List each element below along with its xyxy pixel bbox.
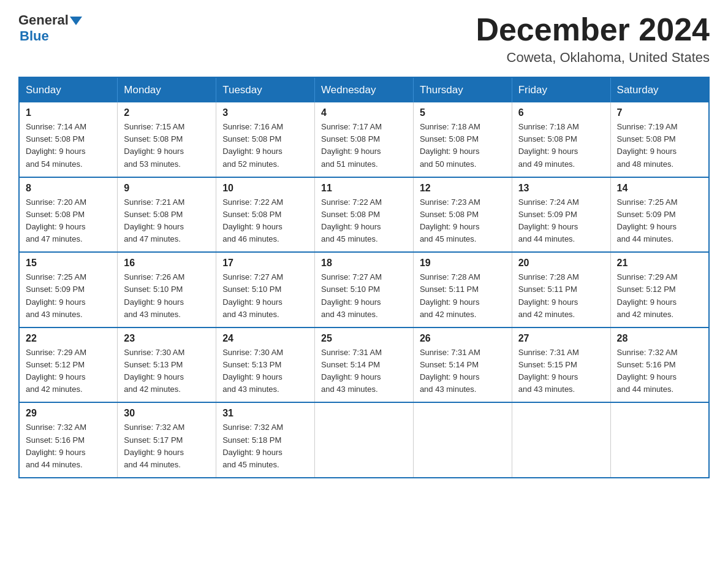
day-info: Sunrise: 7:28 AMSunset: 5:11 PMDaylight:…: [518, 271, 604, 321]
calendar-cell: [413, 402, 512, 478]
day-number: 28: [617, 333, 702, 344]
day-info: Sunrise: 7:18 AMSunset: 5:08 PMDaylight:…: [518, 121, 604, 170]
day-number: 2: [124, 107, 210, 118]
calendar-cell: 10Sunrise: 7:22 AMSunset: 5:08 PMDayligh…: [216, 177, 315, 253]
day-number: 13: [518, 183, 604, 194]
day-number: 23: [124, 333, 210, 344]
day-number: 17: [222, 258, 308, 269]
day-info: Sunrise: 7:24 AMSunset: 5:09 PMDaylight:…: [518, 196, 604, 246]
calendar-cell: [610, 402, 709, 478]
calendar-cell: 31Sunrise: 7:32 AMSunset: 5:18 PMDayligh…: [216, 402, 315, 478]
day-number: 10: [222, 183, 308, 194]
day-info: Sunrise: 7:25 AMSunset: 5:09 PMDaylight:…: [617, 196, 702, 246]
calendar-cell: 26Sunrise: 7:31 AMSunset: 5:14 PMDayligh…: [413, 327, 512, 403]
calendar-cell: 21Sunrise: 7:29 AMSunset: 5:12 PMDayligh…: [610, 252, 709, 327]
week-row: 29Sunrise: 7:32 AMSunset: 5:16 PMDayligh…: [19, 402, 709, 478]
day-number: 19: [420, 258, 506, 269]
month-title: December 2024: [476, 12, 710, 47]
calendar-cell: 16Sunrise: 7:26 AMSunset: 5:10 PMDayligh…: [118, 252, 216, 327]
calendar-body: 1Sunrise: 7:14 AMSunset: 5:08 PMDaylight…: [19, 102, 709, 478]
day-number: 6: [518, 107, 604, 118]
day-number: 1: [26, 107, 111, 118]
calendar-cell: 19Sunrise: 7:28 AMSunset: 5:11 PMDayligh…: [413, 252, 512, 327]
day-number: 3: [222, 107, 308, 118]
logo-area: General Blue: [18, 12, 82, 44]
day-info: Sunrise: 7:27 AMSunset: 5:10 PMDaylight:…: [222, 271, 308, 321]
day-number: 8: [26, 183, 111, 194]
day-info: Sunrise: 7:32 AMSunset: 5:16 PMDaylight:…: [26, 421, 111, 471]
day-number: 16: [124, 258, 210, 269]
day-info: Sunrise: 7:14 AMSunset: 5:08 PMDaylight:…: [26, 121, 111, 170]
day-info: Sunrise: 7:30 AMSunset: 5:13 PMDaylight:…: [222, 347, 308, 396]
day-number: 12: [420, 183, 506, 194]
day-info: Sunrise: 7:31 AMSunset: 5:15 PMDaylight:…: [518, 347, 604, 396]
day-info: Sunrise: 7:30 AMSunset: 5:13 PMDaylight:…: [124, 347, 210, 396]
calendar-cell: 14Sunrise: 7:25 AMSunset: 5:09 PMDayligh…: [610, 177, 709, 253]
day-info: Sunrise: 7:32 AMSunset: 5:18 PMDaylight:…: [222, 421, 308, 471]
week-row: 1Sunrise: 7:14 AMSunset: 5:08 PMDaylight…: [19, 102, 709, 177]
calendar-cell: 6Sunrise: 7:18 AMSunset: 5:08 PMDaylight…: [512, 102, 610, 177]
day-info: Sunrise: 7:29 AMSunset: 5:12 PMDaylight:…: [26, 347, 111, 396]
calendar-table: Sunday Monday Tuesday Wednesday Thursday…: [18, 77, 710, 478]
col-friday: Friday: [512, 77, 610, 102]
header-row: Sunday Monday Tuesday Wednesday Thursday…: [19, 77, 709, 102]
calendar-cell: 24Sunrise: 7:30 AMSunset: 5:13 PMDayligh…: [216, 327, 315, 403]
calendar-cell: 8Sunrise: 7:20 AMSunset: 5:08 PMDaylight…: [19, 177, 118, 253]
day-info: Sunrise: 7:29 AMSunset: 5:12 PMDaylight:…: [617, 271, 702, 321]
day-number: 4: [321, 107, 407, 118]
day-info: Sunrise: 7:22 AMSunset: 5:08 PMDaylight:…: [222, 196, 308, 246]
week-row: 15Sunrise: 7:25 AMSunset: 5:09 PMDayligh…: [19, 252, 709, 327]
calendar-cell: 12Sunrise: 7:23 AMSunset: 5:08 PMDayligh…: [413, 177, 512, 253]
calendar-cell: 7Sunrise: 7:19 AMSunset: 5:08 PMDaylight…: [610, 102, 709, 177]
calendar-cell: 5Sunrise: 7:18 AMSunset: 5:08 PMDaylight…: [413, 102, 512, 177]
day-info: Sunrise: 7:19 AMSunset: 5:08 PMDaylight:…: [617, 121, 702, 170]
day-info: Sunrise: 7:25 AMSunset: 5:09 PMDaylight:…: [26, 271, 111, 321]
week-row: 22Sunrise: 7:29 AMSunset: 5:12 PMDayligh…: [19, 327, 709, 403]
calendar-cell: 1Sunrise: 7:14 AMSunset: 5:08 PMDaylight…: [19, 102, 118, 177]
calendar-cell: 17Sunrise: 7:27 AMSunset: 5:10 PMDayligh…: [216, 252, 315, 327]
calendar-cell: 22Sunrise: 7:29 AMSunset: 5:12 PMDayligh…: [19, 327, 118, 403]
calendar-header: Sunday Monday Tuesday Wednesday Thursday…: [19, 77, 709, 102]
calendar-cell: 9Sunrise: 7:21 AMSunset: 5:08 PMDaylight…: [118, 177, 216, 253]
calendar-cell: 27Sunrise: 7:31 AMSunset: 5:15 PMDayligh…: [512, 327, 610, 403]
day-info: Sunrise: 7:31 AMSunset: 5:14 PMDaylight:…: [420, 347, 506, 396]
day-info: Sunrise: 7:15 AMSunset: 5:08 PMDaylight:…: [124, 121, 210, 170]
day-info: Sunrise: 7:31 AMSunset: 5:14 PMDaylight:…: [321, 347, 407, 396]
day-number: 18: [321, 258, 407, 269]
day-info: Sunrise: 7:16 AMSunset: 5:08 PMDaylight:…: [222, 121, 308, 170]
page-header: General Blue December 2024 Coweta, Oklah…: [18, 12, 710, 66]
day-info: Sunrise: 7:32 AMSunset: 5:17 PMDaylight:…: [124, 421, 210, 471]
day-number: 7: [617, 107, 702, 118]
calendar-cell: 13Sunrise: 7:24 AMSunset: 5:09 PMDayligh…: [512, 177, 610, 253]
calendar-cell: 29Sunrise: 7:32 AMSunset: 5:16 PMDayligh…: [19, 402, 118, 478]
day-number: 5: [420, 107, 506, 118]
calendar-cell: 3Sunrise: 7:16 AMSunset: 5:08 PMDaylight…: [216, 102, 315, 177]
col-saturday: Saturday: [610, 77, 709, 102]
day-info: Sunrise: 7:21 AMSunset: 5:08 PMDaylight:…: [124, 196, 210, 246]
location-text: Coweta, Oklahoma, United States: [476, 50, 710, 66]
day-number: 21: [617, 258, 702, 269]
calendar-cell: [512, 402, 610, 478]
calendar-cell: 2Sunrise: 7:15 AMSunset: 5:08 PMDaylight…: [118, 102, 216, 177]
day-number: 31: [222, 408, 308, 419]
calendar-cell: 30Sunrise: 7:32 AMSunset: 5:17 PMDayligh…: [118, 402, 216, 478]
title-area: December 2024 Coweta, Oklahoma, United S…: [476, 12, 710, 66]
calendar-cell: 25Sunrise: 7:31 AMSunset: 5:14 PMDayligh…: [315, 327, 414, 403]
day-info: Sunrise: 7:23 AMSunset: 5:08 PMDaylight:…: [420, 196, 506, 246]
day-info: Sunrise: 7:18 AMSunset: 5:08 PMDaylight:…: [420, 121, 506, 170]
day-number: 24: [222, 333, 308, 344]
calendar-cell: 11Sunrise: 7:22 AMSunset: 5:08 PMDayligh…: [315, 177, 414, 253]
logo-general-text: General: [18, 12, 69, 28]
day-number: 27: [518, 333, 604, 344]
day-info: Sunrise: 7:20 AMSunset: 5:08 PMDaylight:…: [26, 196, 111, 246]
calendar-cell: 23Sunrise: 7:30 AMSunset: 5:13 PMDayligh…: [118, 327, 216, 403]
col-thursday: Thursday: [413, 77, 512, 102]
calendar-cell: 15Sunrise: 7:25 AMSunset: 5:09 PMDayligh…: [19, 252, 118, 327]
day-info: Sunrise: 7:28 AMSunset: 5:11 PMDaylight:…: [420, 271, 506, 321]
col-sunday: Sunday: [19, 77, 118, 102]
day-number: 30: [124, 408, 210, 419]
calendar-cell: 20Sunrise: 7:28 AMSunset: 5:11 PMDayligh…: [512, 252, 610, 327]
day-info: Sunrise: 7:22 AMSunset: 5:08 PMDaylight:…: [321, 196, 407, 246]
day-number: 25: [321, 333, 407, 344]
day-number: 26: [420, 333, 506, 344]
